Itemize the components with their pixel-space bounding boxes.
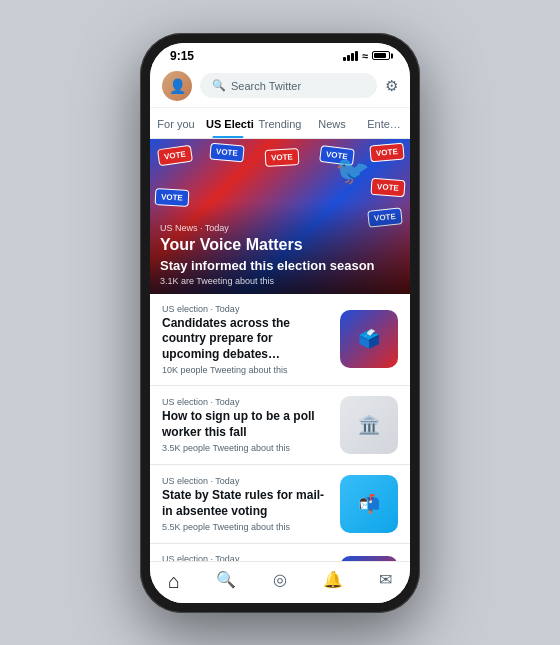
vote-sticker: VOTE bbox=[157, 144, 193, 166]
search-icon: 🔍 bbox=[212, 79, 226, 92]
tab-news[interactable]: News bbox=[306, 108, 358, 138]
news-item-2[interactable]: US election · Today How to sign up to be… bbox=[150, 386, 410, 465]
phone-screen: 9:15 ≈ 👤 🔍 Search Twitte bbox=[150, 43, 410, 603]
phone-frame: 9:15 ≈ 👤 🔍 Search Twitte bbox=[140, 33, 420, 613]
news-count-1: 10K people Tweeting about this bbox=[162, 365, 330, 375]
hero-tweet-count: 3.1K are Tweeting about this bbox=[160, 276, 400, 286]
news-text-2: US election · Today How to sign up to be… bbox=[162, 397, 330, 453]
nav-tabs: For you US Elections Trending News Ente… bbox=[150, 108, 410, 139]
news-thumb-4: 🗳️ bbox=[340, 556, 398, 560]
news-thumb-1: 🗳️ bbox=[340, 310, 398, 368]
notifications-icon: 🔔 bbox=[323, 570, 343, 589]
news-text-1: US election · Today Candidates across th… bbox=[162, 304, 330, 376]
vote-sticker: VOTE bbox=[371, 177, 406, 196]
vote-sticker: VOTE bbox=[209, 142, 244, 162]
bottom-nav: ⌂ 🔍 ◎ 🔔 ✉ bbox=[150, 561, 410, 603]
bottom-nav-home[interactable]: ⌂ bbox=[168, 570, 180, 593]
news-text-4: US election · Today Learn more about vot… bbox=[162, 554, 330, 560]
news-thumb-3: 📬 bbox=[340, 475, 398, 533]
bottom-nav-messages[interactable]: ✉ bbox=[379, 570, 392, 593]
news-thumb-2: 🏛️ bbox=[340, 396, 398, 454]
hero-banner[interactable]: VOTE VOTE VOTE VOTE VOTE VOTE VOTE VOTE … bbox=[150, 139, 410, 294]
news-source-1: US election · Today bbox=[162, 304, 330, 314]
avatar[interactable]: 👤 bbox=[162, 71, 192, 101]
news-count-3: 5.5K people Tweeting about this bbox=[162, 522, 330, 532]
news-headline-1: Candidates across the country prepare fo… bbox=[162, 316, 330, 363]
twitter-bird-decoration: 🐦 bbox=[335, 154, 370, 187]
settings-icon[interactable]: ⚙ bbox=[385, 77, 398, 95]
news-count-2: 3.5K people Tweeting about this bbox=[162, 443, 330, 453]
status-bar: 9:15 ≈ bbox=[150, 43, 410, 65]
status-time: 9:15 bbox=[170, 49, 194, 63]
header: 👤 🔍 Search Twitter ⚙ bbox=[150, 65, 410, 108]
spaces-icon: ◎ bbox=[273, 570, 287, 589]
search-nav-icon: 🔍 bbox=[216, 570, 236, 589]
tab-for-you[interactable]: For you bbox=[150, 108, 202, 138]
news-item-3[interactable]: US election · Today State by State rules… bbox=[150, 465, 410, 544]
tab-us-elections[interactable]: US Elections bbox=[202, 108, 254, 138]
vote-sticker: VOTE bbox=[265, 148, 300, 167]
search-bar[interactable]: 🔍 Search Twitter bbox=[200, 73, 377, 98]
news-source-3: US election · Today bbox=[162, 476, 330, 486]
news-headline-3: State by State rules for mail-in absente… bbox=[162, 488, 330, 519]
tab-entertainment[interactable]: Ente… bbox=[358, 108, 410, 138]
news-text-3: US election · Today State by State rules… bbox=[162, 476, 330, 532]
content-area: VOTE VOTE VOTE VOTE VOTE VOTE VOTE VOTE … bbox=[150, 139, 410, 561]
news-source-4: US election · Today bbox=[162, 554, 330, 560]
news-item-4[interactable]: US election · Today Learn more about vot… bbox=[150, 544, 410, 560]
bottom-nav-search[interactable]: 🔍 bbox=[216, 570, 236, 593]
status-icons: ≈ bbox=[343, 50, 390, 62]
signal-icon bbox=[343, 51, 358, 61]
hero-subtitle: Stay informed this election season bbox=[160, 258, 400, 273]
news-item-1[interactable]: US election · Today Candidates across th… bbox=[150, 294, 410, 387]
home-icon: ⌂ bbox=[168, 570, 180, 593]
wifi-icon: ≈ bbox=[362, 50, 368, 62]
vote-sticker: VOTE bbox=[369, 142, 404, 162]
search-placeholder: Search Twitter bbox=[231, 80, 301, 92]
hero-tag: US News · Today bbox=[160, 223, 400, 233]
battery-icon bbox=[372, 51, 390, 60]
hero-title: Your Voice Matters bbox=[160, 235, 400, 254]
bottom-nav-spaces[interactable]: ◎ bbox=[273, 570, 287, 593]
messages-icon: ✉ bbox=[379, 570, 392, 589]
hero-overlay: US News · Today Your Voice Matters Stay … bbox=[150, 203, 410, 293]
bottom-nav-notifications[interactable]: 🔔 bbox=[323, 570, 343, 593]
news-headline-2: How to sign up to be a poll worker this … bbox=[162, 409, 330, 440]
news-source-2: US election · Today bbox=[162, 397, 330, 407]
tab-trending[interactable]: Trending bbox=[254, 108, 306, 138]
